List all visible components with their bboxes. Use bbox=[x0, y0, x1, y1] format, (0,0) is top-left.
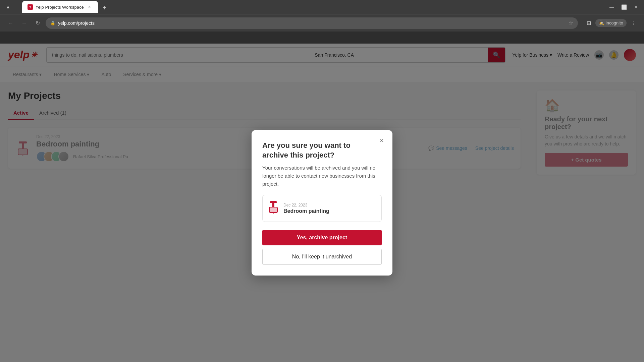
browser-chrome: Y Yelp Projects Workspace × + — ⬜ ✕ ← → … bbox=[0, 0, 644, 44]
modal-project-card: Dec 22, 2023 Bedroom painting bbox=[262, 195, 382, 222]
browser-titlebar: Y Yelp Projects Workspace × + — ⬜ ✕ bbox=[0, 0, 644, 14]
incognito-label: Incognito bbox=[605, 20, 623, 25]
forward-button[interactable]: → bbox=[19, 18, 30, 28]
tab-bar: Y Yelp Projects Workspace × + bbox=[18, 1, 604, 13]
svg-rect-5 bbox=[270, 201, 277, 203]
incognito-icon: 🕵 bbox=[599, 20, 604, 25]
tab-title: Yelp Projects Workspace bbox=[36, 5, 84, 10]
svg-rect-7 bbox=[269, 207, 277, 213]
modal-close-button[interactable]: × bbox=[376, 135, 387, 146]
minimize-button[interactable]: — bbox=[607, 2, 616, 12]
menu-button[interactable]: ⋮ bbox=[628, 18, 639, 28]
url-display: yelp.com/projects bbox=[58, 20, 566, 26]
toolbar-icons: ⊞ 🕵 Incognito ⋮ bbox=[583, 18, 639, 28]
reload-button[interactable]: ↻ bbox=[32, 18, 43, 28]
svg-marker-0 bbox=[7, 6, 9, 8]
modal-project-name: Bedroom painting bbox=[283, 208, 376, 214]
cancel-archive-button[interactable]: No, I'll keep it unarchived bbox=[262, 249, 382, 265]
active-tab[interactable]: Y Yelp Projects Workspace × bbox=[22, 1, 98, 13]
tab-toggle-button[interactable] bbox=[3, 2, 13, 12]
tab-favicon: Y bbox=[28, 4, 33, 10]
close-window-button[interactable]: ✕ bbox=[631, 2, 641, 12]
back-button[interactable]: ← bbox=[5, 18, 16, 28]
modal-project-paint-icon bbox=[268, 200, 279, 216]
modal-title: Are you sure you want to archive this pr… bbox=[262, 141, 382, 160]
page-content: yelp ✳ 🔍 Yelp for Business ▾ Write a Rev… bbox=[0, 44, 644, 362]
modal-description: Your conversations will be archived and … bbox=[262, 164, 382, 188]
browser-toolbar: ← → ↻ 🔒 yelp.com/projects ☆ ⊞ 🕵 Incognit… bbox=[0, 14, 644, 32]
svg-rect-6 bbox=[272, 203, 274, 207]
new-tab-button[interactable]: + bbox=[99, 2, 110, 13]
confirm-archive-button[interactable]: Yes, archive project bbox=[262, 230, 382, 245]
bookmark-star-icon[interactable]: ☆ bbox=[569, 20, 573, 26]
extension-button[interactable]: ⊞ bbox=[583, 18, 594, 28]
address-bar[interactable]: 🔒 yelp.com/projects ☆ bbox=[46, 17, 578, 29]
modal-project-info: Dec 22, 2023 Bedroom painting bbox=[283, 203, 376, 214]
incognito-badge: 🕵 Incognito bbox=[595, 19, 627, 27]
modal-backdrop: × Are you sure you want to archive this … bbox=[0, 44, 644, 362]
tab-close-button[interactable]: × bbox=[87, 4, 93, 10]
modal-project-date: Dec 22, 2023 bbox=[283, 203, 376, 207]
lock-icon: 🔒 bbox=[50, 21, 55, 25]
window-controls bbox=[3, 2, 13, 12]
archive-modal: × Are you sure you want to archive this … bbox=[252, 130, 392, 276]
maximize-button[interactable]: ⬜ bbox=[619, 2, 629, 12]
close-icon: × bbox=[380, 137, 384, 144]
